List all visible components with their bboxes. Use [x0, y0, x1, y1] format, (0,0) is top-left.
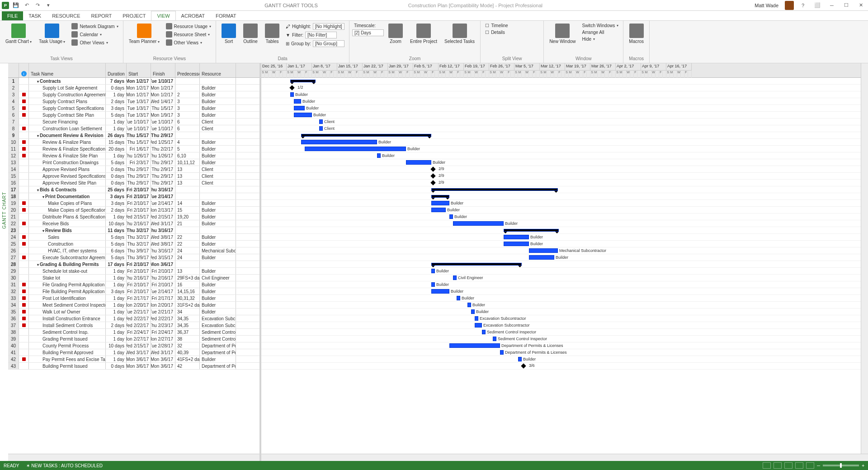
arrange-all-button[interactable]: Arrange All [580, 29, 620, 35]
table-row[interactable]: 12Review & Finalize Site Plan1 dayThu 1/… [8, 152, 259, 159]
table-row[interactable]: 14Approve Revised Plans0 daysThu 2/9/17T… [8, 166, 259, 173]
gantt-row[interactable]: Builder [261, 98, 868, 105]
summary-bar[interactable] [290, 80, 316, 82]
table-row[interactable]: 25Construction5 daysThu 3/2/17Wed 3/8/17… [8, 241, 259, 247]
timeline-check[interactable]: ☐Timeline [483, 23, 509, 28]
week-header[interactable]: Jan 29, '17 [388, 63, 413, 71]
gantt-hscroll[interactable] [261, 454, 868, 461]
week-header[interactable]: Jan 8, '17 [312, 63, 337, 71]
table-row[interactable]: 13Print Construction Drawings5 daysFri 2… [8, 159, 259, 166]
task-bar[interactable]: Builder [431, 282, 435, 287]
view-gantt-icon[interactable] [763, 462, 771, 469]
gantt-vscroll[interactable] [861, 63, 868, 454]
task-bar[interactable]: Client [319, 119, 323, 124]
tab-acrobat[interactable]: ACROBAT [176, 11, 210, 20]
gantt-row[interactable]: Builder [261, 302, 868, 309]
week-header[interactable]: Apr 16, '17 [666, 63, 692, 71]
week-header[interactable]: Jan 1, '17 [287, 63, 312, 71]
entire-project-button[interactable]: Entire Project [407, 22, 440, 46]
gantt-row[interactable]: Sediment Control Inspector [261, 329, 868, 336]
gantt-row[interactable] [261, 261, 868, 268]
network-diagram-button[interactable]: Network Diagram [70, 23, 120, 30]
task-bar[interactable]: Builder [406, 160, 431, 165]
task-bar[interactable]: Builder [431, 201, 449, 205]
timescale-combo[interactable]: [2] Days [352, 29, 384, 36]
task-bar[interactable]: Sediment Control Inspector [482, 330, 486, 334]
sort-button[interactable]: Sort [219, 22, 239, 46]
task-bar[interactable]: Builder [294, 106, 305, 110]
summary-bar[interactable] [431, 263, 522, 266]
milestone[interactable] [430, 166, 435, 171]
summary-bar[interactable] [301, 134, 431, 137]
table-row[interactable]: 2Supply Lot Sale Agreement0 daysMon 1/2/… [8, 85, 259, 91]
col-rownum[interactable] [8, 63, 19, 77]
gantt-row[interactable]: Department of Permits & Licenses [261, 342, 868, 349]
table-row[interactable]: 36Install Construction Entrance1 dayWed … [8, 315, 259, 322]
qat-dropdown-icon[interactable]: ▾ [44, 1, 52, 9]
task-bar[interactable]: Excavation Subcontractor [475, 323, 482, 328]
gantt-row[interactable]: Builder [261, 234, 868, 241]
zoom-slider[interactable] [823, 465, 859, 466]
tab-report[interactable]: REPORT [86, 11, 118, 20]
table-row[interactable]: 34Meet Sediment Control Inspector1 dayMo… [8, 302, 259, 309]
gantt-row[interactable]: Builder [261, 241, 868, 247]
tab-view[interactable]: VIEW [151, 11, 175, 20]
gantt-row[interactable]: Mechanical Subcontractor [261, 247, 868, 254]
gantt-row[interactable]: Builder [261, 288, 868, 295]
view-team-planner-icon[interactable] [784, 462, 793, 469]
group-filter[interactable]: ⊞Group by:[No Group] [284, 40, 346, 47]
task-bar[interactable]: Builder [301, 140, 377, 144]
table-row[interactable]: 31File Grading Permit Application1 dayFr… [8, 281, 259, 288]
milestone[interactable] [430, 180, 435, 185]
maximize-icon[interactable]: ☐ [841, 1, 852, 9]
week-header[interactable]: Feb 26, '17 [489, 63, 514, 71]
table-row[interactable]: 42Pay Permit Fees and Excise Taxes1 dayM… [8, 356, 259, 363]
grid-body[interactable]: 1Contracts7 daysMon 1/2/17Tue 1/10/172Su… [8, 78, 259, 461]
table-row[interactable]: 18Print Documentation3 daysFri 2/10/17Tu… [8, 193, 259, 200]
new-window-button[interactable]: New Window [547, 22, 578, 46]
view-resource-sheet-icon[interactable] [795, 462, 803, 469]
gantt-row[interactable]: Builder [261, 254, 868, 261]
milestone[interactable] [521, 363, 526, 368]
resource-sheet-button[interactable]: Resource Sheet [164, 31, 213, 38]
user-name[interactable]: Matt Wade [755, 3, 778, 8]
table-row[interactable]: 23Review Bids11 daysThu 3/2/17Thu 3/16/1… [8, 227, 259, 234]
gantt-row[interactable]: Builder [261, 200, 868, 207]
table-row[interactable]: 24Sales5 daysThu 3/2/17Wed 3/8/1722Build… [8, 234, 259, 241]
other-views2-button[interactable]: Other Views [164, 39, 213, 46]
gantt-row[interactable]: Builder [261, 105, 868, 112]
table-row[interactable]: 29Schedule lot stake-out1 dayFri 2/10/17… [8, 268, 259, 275]
gantt-row[interactable]: 2/9 [261, 166, 868, 173]
col-finish[interactable]: Finish [151, 63, 175, 77]
week-header[interactable]: Jan 22, '17 [363, 63, 388, 71]
switch-windows-button[interactable]: Switch Windows [580, 23, 620, 28]
gantt-row[interactable]: Builder [261, 356, 868, 363]
task-bar[interactable]: Builder [305, 147, 406, 151]
gantt-row[interactable]: Civil Engineer [261, 275, 868, 281]
table-row[interactable]: 16Approve Revised Site Plan0 daysThu 2/9… [8, 180, 259, 186]
task-bar[interactable]: Builder [453, 221, 504, 226]
table-row[interactable]: 40County Permit Process10 daysWed 2/15/1… [8, 342, 259, 349]
zoom-button[interactable]: Zoom [386, 22, 406, 46]
table-row[interactable]: 28Grading & Building Permits17 daysFri 2… [8, 261, 259, 268]
gantt-row[interactable]: Builder [261, 139, 868, 146]
gantt-row[interactable]: Builder [261, 159, 868, 166]
task-bar[interactable]: Mechanical Subcontractor [529, 248, 558, 253]
gantt-row[interactable]: Builder [261, 295, 868, 302]
gantt-row[interactable] [261, 186, 868, 193]
view-report-icon[interactable] [806, 462, 814, 469]
avatar[interactable] [785, 1, 794, 10]
gantt-row[interactable]: Client [261, 119, 868, 125]
gantt-row[interactable]: Builder [261, 214, 868, 220]
gantt-row[interactable]: 2/9 [261, 173, 868, 180]
gantt-row[interactable]: Sediment Control Inspector [261, 336, 868, 342]
ribbon-collapse-icon[interactable]: ⬜ [812, 1, 823, 9]
other-views-button[interactable]: Other Views [70, 39, 120, 46]
details-check[interactable]: ☐Details [483, 29, 509, 35]
task-bar[interactable]: Builder [431, 289, 449, 294]
table-row[interactable]: 10Review & Finalize Plans15 daysThu 1/5/… [8, 139, 259, 146]
help-icon[interactable]: ? [797, 1, 808, 9]
minimize-icon[interactable]: ─ [826, 1, 837, 9]
task-bar[interactable]: Department of Permits & Licenses [449, 343, 500, 348]
table-row[interactable]: 39Grading Permit Issued1 dayMon 2/27/17M… [8, 336, 259, 342]
